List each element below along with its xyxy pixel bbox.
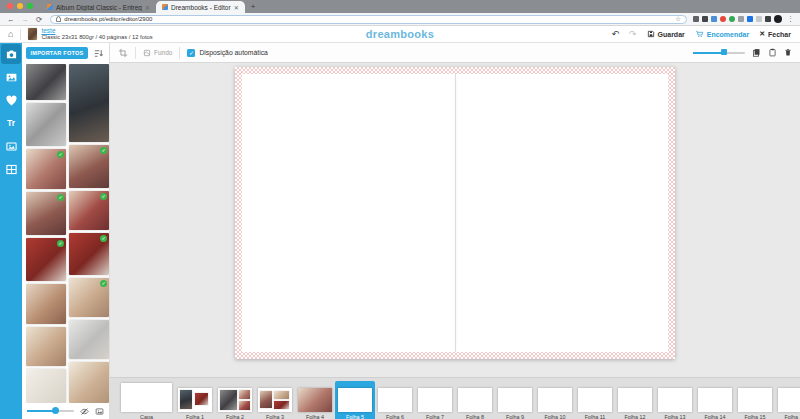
sidebar-item-backgrounds[interactable] <box>1 67 21 87</box>
paste-page-icon[interactable] <box>768 48 777 57</box>
page-thumbnail[interactable] <box>378 388 412 412</box>
filmstrip-page-folha-1[interactable]: Folha 1 <box>175 381 215 419</box>
sidebar-item-photos[interactable] <box>1 44 21 64</box>
filmstrip-page-folha-5[interactable]: Folha 5 <box>335 381 375 419</box>
undo-icon[interactable]: ↶ <box>611 29 619 39</box>
sidebar-item-cliparts[interactable] <box>1 136 21 156</box>
library-photo[interactable]: ✓ <box>69 233 109 276</box>
page-thumbnail[interactable] <box>418 388 452 412</box>
light-extension-icon[interactable] <box>756 16 762 22</box>
library-photo[interactable] <box>26 103 66 146</box>
library-photo[interactable] <box>69 362 109 403</box>
save-button[interactable]: Guardar <box>647 30 685 38</box>
filmstrip-page-folha-9[interactable]: Folha 9 <box>495 381 535 419</box>
page-thumbnail[interactable] <box>578 388 612 412</box>
book-spread[interactable] <box>235 67 675 359</box>
library-photo[interactable]: ✓ <box>69 191 109 230</box>
copy-page-icon[interactable] <box>752 48 761 57</box>
filmstrip-page-folha-10[interactable]: Folha 10 <box>535 381 575 419</box>
library-photo[interactable] <box>69 64 109 142</box>
filmstrip-page-folha-14[interactable]: Folha 14 <box>695 381 735 419</box>
spread-pages[interactable] <box>242 74 668 352</box>
library-photo[interactable] <box>69 320 109 359</box>
dark-extension-icon[interactable] <box>765 16 771 22</box>
page-thumbnail[interactable] <box>658 388 692 412</box>
hide-used-photos-icon[interactable] <box>80 407 89 416</box>
filmstrip-page-folha-11[interactable]: Folha 11 <box>575 381 615 419</box>
page-thumbnail[interactable] <box>698 388 732 412</box>
library-photo[interactable]: ✓ <box>26 238 66 281</box>
filmstrip-page-folha-2[interactable]: Folha 2 <box>215 381 255 419</box>
page-thumbnail[interactable] <box>618 388 652 412</box>
sidebar-item-favorites[interactable] <box>1 90 21 110</box>
page-thumbnail[interactable] <box>258 388 292 412</box>
page-thumbnail[interactable] <box>218 388 252 412</box>
filmstrip-page-folha-7[interactable]: Folha 7 <box>415 381 455 419</box>
close-window-button[interactable] <box>7 3 13 9</box>
canvas-zoom-slider[interactable] <box>693 52 745 54</box>
reload-icon[interactable]: ⟳ <box>36 15 42 24</box>
browser-menu-icon[interactable]: ⋮ <box>787 15 794 23</box>
blue-extension-icon[interactable] <box>711 16 717 22</box>
redo-icon[interactable]: ↷ <box>629 29 637 39</box>
library-photo[interactable]: ✓ <box>26 149 66 189</box>
filmstrip-page-folha-16[interactable]: Folha 16 <box>775 381 800 419</box>
minimize-window-button[interactable] <box>17 3 23 9</box>
filmstrip-page-folha-3[interactable]: Folha 3 <box>255 381 295 419</box>
library-photo[interactable] <box>26 369 66 403</box>
page-thumbnail[interactable] <box>498 388 532 412</box>
page-thumbnail[interactable] <box>178 388 212 412</box>
thumbnail-size-slider[interactable] <box>27 410 74 412</box>
browser-tab-active[interactable]: Dreambooks - Editor ✕ <box>156 1 245 13</box>
home-icon[interactable]: ⌂ <box>8 29 13 39</box>
page-thumbnail[interactable] <box>121 383 172 412</box>
red-extension-icon[interactable] <box>720 16 726 22</box>
page-thumbnail[interactable] <box>458 388 492 412</box>
photo-view-icon[interactable] <box>95 407 104 416</box>
back-icon[interactable]: ← <box>7 15 15 24</box>
search-extension-icon[interactable] <box>702 16 708 22</box>
gray-extension-icon[interactable] <box>738 16 744 22</box>
order-button[interactable]: Encomendar <box>695 30 749 38</box>
browser-tab-inactive[interactable]: Album Digital Classic - Entreg ✕ <box>41 1 156 13</box>
project-cover-thumbnail[interactable] <box>28 28 37 40</box>
zoom-window-button[interactable] <box>27 3 33 9</box>
project-name-link[interactable]: teste <box>41 27 152 34</box>
profile-avatar[interactable] <box>774 15 782 23</box>
tab-close-icon[interactable]: ✕ <box>145 4 150 11</box>
pencil-extension-icon[interactable] <box>693 16 699 22</box>
sort-photos-icon[interactable] <box>93 48 104 59</box>
page-thumbnail[interactable] <box>298 388 332 412</box>
bookmark-star-icon[interactable]: ☆ <box>675 15 681 23</box>
import-photos-button[interactable]: IMPORTAR FOTOS <box>26 47 88 59</box>
page-thumbnail[interactable] <box>538 388 572 412</box>
library-photo[interactable]: ✓ <box>69 278 109 317</box>
filmstrip-page-folha-6[interactable]: Folha 6 <box>375 381 415 419</box>
filmstrip-page-folha-8[interactable]: Folha 8 <box>455 381 495 419</box>
auto-layout-toggle[interactable]: ✓ Disposição automática <box>187 49 267 57</box>
indigo-extension-icon[interactable] <box>747 16 753 22</box>
new-tab-button[interactable]: + <box>251 2 256 11</box>
background-tool-button[interactable]: Fundo <box>143 49 172 57</box>
filmstrip-page-capa[interactable]: Capa <box>118 381 175 419</box>
forward-icon[interactable]: → <box>22 15 30 24</box>
close-editor-button[interactable]: ✕ Fechar <box>759 30 791 38</box>
library-photo[interactable] <box>26 284 66 324</box>
filmstrip-page-folha-4[interactable]: Folha 4 <box>295 381 335 419</box>
crop-icon[interactable] <box>118 48 128 58</box>
library-photo[interactable] <box>26 64 66 100</box>
page-thumbnail[interactable] <box>778 388 800 412</box>
filmstrip-page-folha-12[interactable]: Folha 12 <box>615 381 655 419</box>
sidebar-item-layouts[interactable] <box>1 159 21 179</box>
green-extension-icon[interactable] <box>729 16 735 22</box>
checkbox-checked-icon[interactable]: ✓ <box>187 49 195 57</box>
url-field[interactable]: dreambooks.pt/editor/editor/2900 ☆ <box>50 15 687 24</box>
filmstrip-page-folha-13[interactable]: Folha 13 <box>655 381 695 419</box>
page-thumbnail[interactable] <box>738 388 772 412</box>
sidebar-item-text[interactable]: Tr <box>1 113 21 133</box>
tab-close-icon[interactable]: ✕ <box>234 4 239 11</box>
library-photo[interactable]: ✓ <box>26 192 66 235</box>
filmstrip-page-folha-15[interactable]: Folha 15 <box>735 381 775 419</box>
page-thumbnail[interactable] <box>338 388 372 412</box>
library-photo[interactable]: ✓ <box>69 145 109 188</box>
